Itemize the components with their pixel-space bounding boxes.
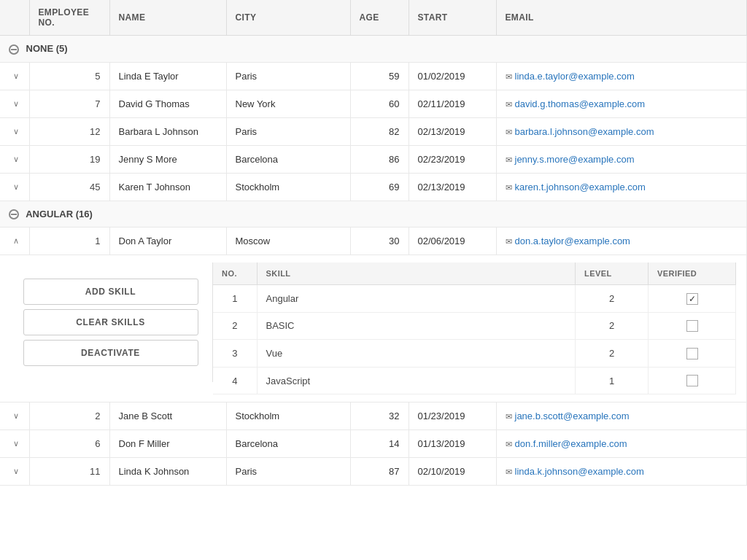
group-label-angular: ANGULAR (16) xyxy=(0,201,747,228)
verified-checkbox[interactable] xyxy=(686,320,698,332)
email-icon: ✉ xyxy=(506,100,512,109)
col-header-age: AGE xyxy=(350,0,409,36)
employee-start: 02/10/2019 xyxy=(409,458,496,486)
employee-start: 02/23/2019 xyxy=(409,145,496,173)
group-collapse-icon xyxy=(9,209,19,219)
employee-name: Jane B Scott xyxy=(109,402,226,430)
table-row: 2Jane B ScottStockholm3201/23/2019✉jane.… xyxy=(0,402,747,430)
employee-email: ✉david.g.thomas@example.com xyxy=(496,90,747,117)
employee-age: 14 xyxy=(350,430,409,458)
skill-name: JavaScript xyxy=(257,367,576,394)
table-row: 5Linda E TaylorParis5901/02/2019✉linda.e… xyxy=(0,62,747,90)
email-link[interactable]: linda.e.taylor@example.com xyxy=(515,71,635,82)
email-link[interactable]: david.g.thomas@example.com xyxy=(515,98,646,109)
employee-number: 11 xyxy=(29,458,109,486)
group-row-none: NONE (5) xyxy=(0,36,747,63)
expand-button[interactable] xyxy=(9,125,23,138)
email-link[interactable]: barbara.l.johnson@example.com xyxy=(515,126,654,137)
employee-start: 02/06/2019 xyxy=(409,228,496,255)
email-link[interactable]: karen.t.johnson@example.com xyxy=(515,182,646,192)
email-link[interactable]: don.a.taylor@example.com xyxy=(515,236,630,246)
expand-button[interactable] xyxy=(9,410,23,422)
expand-button[interactable] xyxy=(9,181,23,193)
skill-number: 1 xyxy=(213,285,257,313)
employee-email: ✉jenny.s.more@example.com xyxy=(496,145,747,173)
col-header-name: NAME xyxy=(109,0,226,36)
skills-table-panel: NO.SKILLLEVELVERIFIED1Angular2✓2BASIC23V… xyxy=(213,262,736,394)
email-icon: ✉ xyxy=(506,467,512,476)
skill-number: 4 xyxy=(213,367,257,394)
skills-cell: ADD SKILLCLEAR SKILLSDEACTIVATENO.SKILLL… xyxy=(0,255,747,402)
col-header-start: START xyxy=(409,0,496,36)
main-table-container: EMPLOYEE NO.NAMECITYAGESTARTEMAIL NONE (… xyxy=(0,0,747,486)
employee-age: 69 xyxy=(350,173,409,201)
employee-start: 02/11/2019 xyxy=(409,90,496,117)
employee-start: 02/13/2019 xyxy=(409,117,496,145)
expand-button[interactable] xyxy=(9,70,23,82)
employee-age: 30 xyxy=(350,228,409,255)
employee-name: Linda E Taylor xyxy=(109,62,226,90)
skill-verified xyxy=(649,312,736,340)
col-header-city: CITY xyxy=(226,0,350,36)
skill-verified xyxy=(649,340,736,368)
employee-age: 86 xyxy=(350,145,409,173)
expand-cell xyxy=(0,145,29,173)
skill-row: 3Vue2 xyxy=(213,340,736,368)
employee-name: Jenny S More xyxy=(109,145,226,173)
col-header-email: EMAIL xyxy=(496,0,747,36)
table-row: 7David G ThomasNew York6002/11/2019✉davi… xyxy=(0,90,747,117)
email-icon: ✉ xyxy=(506,183,512,192)
email-link[interactable]: jenny.s.more@example.com xyxy=(515,154,635,165)
skill-col-header: NO. xyxy=(213,262,257,285)
group-row-angular: ANGULAR (16) xyxy=(0,201,747,228)
employee-email: ✉barbara.l.johnson@example.com xyxy=(496,117,747,145)
employee-number: 5 xyxy=(29,62,109,90)
expand-button[interactable] xyxy=(9,438,23,450)
verified-checkbox[interactable]: ✓ xyxy=(686,293,698,305)
employee-email: ✉don.f.miller@example.com xyxy=(496,430,747,458)
employee-start: 01/02/2019 xyxy=(409,62,496,90)
employee-city: Stockholm xyxy=(226,402,350,430)
employee-number: 2 xyxy=(29,402,109,430)
skill-level: 1 xyxy=(576,367,649,394)
employee-number: 12 xyxy=(29,117,109,145)
email-icon: ✉ xyxy=(506,72,512,81)
verified-checkbox[interactable] xyxy=(686,375,698,386)
expand-cell xyxy=(0,402,29,430)
expand-button[interactable] xyxy=(9,465,23,478)
col-header-empno: EMPLOYEE NO. xyxy=(29,0,109,36)
expand-button[interactable] xyxy=(9,153,23,166)
add-skill-button[interactable]: ADD SKILL xyxy=(23,279,198,305)
employee-age: 82 xyxy=(350,117,409,145)
employee-name: Linda K Johnson xyxy=(109,458,226,486)
email-link[interactable]: linda.k.johnson@example.com xyxy=(515,466,644,477)
col-header-expand xyxy=(0,0,29,36)
employee-city: Paris xyxy=(226,458,350,486)
employee-age: 60 xyxy=(350,90,409,117)
clear-skills-button[interactable]: CLEAR SKILLS xyxy=(23,309,198,335)
skill-number: 3 xyxy=(213,340,257,368)
deactivate-button[interactable]: DEACTIVATE xyxy=(23,340,198,366)
table-row: 19Jenny S MoreBarcelona8602/23/2019✉jenn… xyxy=(0,145,747,173)
skill-verified: ✓ xyxy=(649,285,736,313)
skills-table: NO.SKILLLEVELVERIFIED1Angular2✓2BASIC23V… xyxy=(213,262,736,394)
email-link[interactable]: jane.b.scott@example.com xyxy=(515,411,630,421)
employee-start: 01/23/2019 xyxy=(409,402,496,430)
verified-checkbox[interactable] xyxy=(686,348,698,359)
expand-button[interactable] xyxy=(9,235,23,247)
employee-number: 1 xyxy=(29,228,109,255)
employee-age: 32 xyxy=(350,402,409,430)
skill-row: 2BASIC2 xyxy=(213,312,736,340)
employee-city: Barcelona xyxy=(226,430,350,458)
email-icon: ✉ xyxy=(506,412,512,421)
expand-cell xyxy=(0,173,29,201)
email-icon: ✉ xyxy=(506,155,512,164)
email-link[interactable]: don.f.miller@example.com xyxy=(515,438,627,449)
skill-number: 2 xyxy=(213,312,257,340)
employee-email: ✉karen.t.johnson@example.com xyxy=(496,173,747,201)
email-icon: ✉ xyxy=(506,440,512,448)
expand-button[interactable] xyxy=(9,98,23,110)
skill-level: 2 xyxy=(576,340,649,368)
table-header: EMPLOYEE NO.NAMECITYAGESTARTEMAIL xyxy=(0,0,747,36)
expand-cell xyxy=(0,90,29,117)
